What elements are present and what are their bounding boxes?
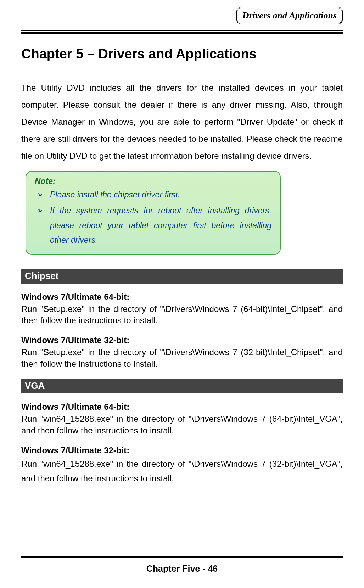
body-text: Run "Setup.exe" in the directory of "\Dr… [21, 347, 343, 370]
subhead: Windows 7/Ultimate 64-bit: [21, 402, 343, 412]
note-item: ➢ If the system requests for reboot afte… [35, 203, 271, 247]
subhead: Windows 7/Ultimate 64-bit: [21, 292, 343, 302]
note-label: Note: [35, 177, 271, 186]
body-text: Run "win64_15288.exe" in the directory o… [21, 413, 343, 436]
header-tab: Drivers and Applications [236, 7, 343, 24]
subhead: Windows 7/Ultimate 32-bit: [21, 446, 343, 455]
footer-text: Chapter Five - 46 [21, 564, 343, 574]
note-box: Note: ➢ Please install the chipset drive… [26, 171, 281, 255]
section-bar-chipset: Chipset [21, 269, 343, 284]
bullet-icon: ➢ [37, 203, 44, 247]
note-text: Please install the chipset driver first. [50, 187, 271, 202]
page-footer: Chapter Five - 46 [21, 556, 343, 574]
note-item: ➢ Please install the chipset driver firs… [35, 187, 271, 202]
header-rule [21, 30, 343, 34]
body-text: Run "Setup.exe" in the directory of "\Dr… [21, 303, 343, 326]
body-text: Run "win64_15288.exe" in the directory o… [21, 457, 343, 486]
note-text: If the system requests for reboot after … [50, 203, 271, 247]
bullet-icon: ➢ [37, 187, 44, 202]
section-bar-vga: VGA [21, 379, 343, 393]
intro-paragraph: The Utility DVD includes all the drivers… [21, 79, 343, 164]
subhead: Windows 7/Ultimate 32-bit: [21, 335, 343, 345]
chapter-title: Chapter 5 – Drivers and Applications [21, 46, 343, 62]
